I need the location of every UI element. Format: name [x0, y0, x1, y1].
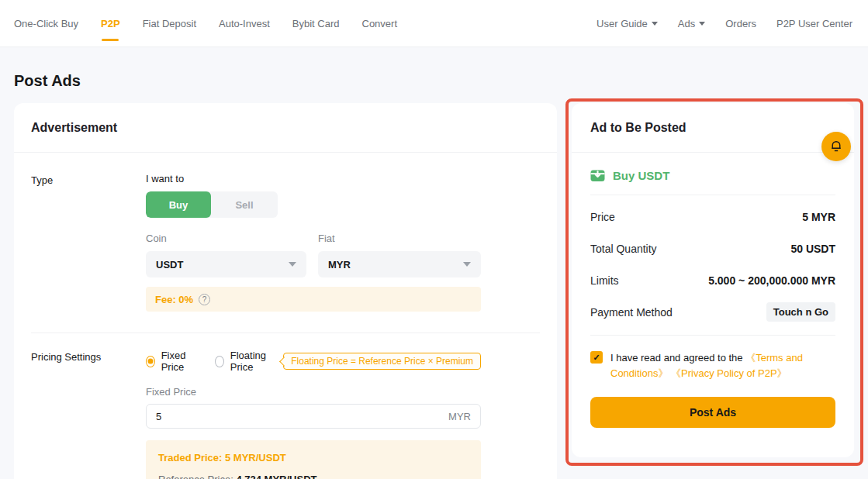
- ad-summary-card: Ad to Be Posted Buy USDT Price 5 MYR Tot…: [572, 103, 854, 457]
- nav-item-bybit-card[interactable]: Bybit Card: [292, 0, 340, 47]
- floating-price-hint-tag: Floating Price = Reference Price × Premi…: [283, 353, 481, 370]
- radio-unchecked-icon: [215, 356, 224, 367]
- fee-text: Fee: 0%: [155, 294, 193, 305]
- sell-toggle-button[interactable]: Sell: [211, 191, 278, 218]
- nav-item-label: Fiat Deposit: [143, 18, 196, 29]
- coin-select-value: USDT: [156, 259, 183, 271]
- agreement-text: I have read and agreed to the 《Terms and…: [610, 350, 835, 381]
- type-section-label: Type: [31, 173, 146, 312]
- nav-item-convert[interactable]: Convert: [362, 0, 398, 47]
- advertisement-title: Advertisement: [31, 121, 117, 135]
- summary-row-limits: Limits 5.000 ~ 200,000.000 MYR: [590, 264, 835, 296]
- fixed-price-radio[interactable]: Fixed Price: [146, 350, 199, 373]
- bell-icon: [828, 139, 844, 154]
- row-label: Payment Method: [590, 306, 673, 319]
- nav-item-label: Bybit Card: [292, 18, 340, 29]
- advertisement-card-header: Advertisement: [14, 103, 557, 153]
- fiat-select[interactable]: MYR: [318, 251, 481, 277]
- nav-item-label: Auto-Invest: [219, 18, 270, 29]
- nav-item-orders[interactable]: Orders: [725, 0, 756, 47]
- agreement-prefix: I have read and agreed to the: [610, 352, 743, 364]
- summary-row-total-quantity: Total Quantity 50 USDT: [590, 233, 835, 264]
- reference-price-text: Reference Price: 4.724 MYR/USDT: [158, 474, 469, 479]
- row-value: 5 MYR: [802, 211, 835, 223]
- ad-side-row: Buy USDT: [590, 153, 835, 195]
- row-value: 50 USDT: [790, 243, 835, 255]
- fiat-label: Fiat: [318, 233, 481, 244]
- row-label: Total Quantity: [590, 243, 657, 255]
- fixed-price-input[interactable]: [156, 411, 389, 422]
- nav-item-label: P2P User Center: [776, 18, 852, 29]
- agreement-row: ✓ I have read and agreed to the 《Terms a…: [590, 336, 835, 381]
- notification-bell-button[interactable]: [821, 132, 851, 161]
- floating-price-radio[interactable]: Floating Price: [215, 350, 276, 373]
- agreement-checkbox[interactable]: ✓: [590, 351, 603, 364]
- nav-item-ads[interactable]: Ads: [678, 0, 705, 47]
- row-label: Limits: [590, 274, 619, 287]
- nav-item-label: P2P: [101, 18, 120, 29]
- i-want-to-label: I want to: [146, 173, 481, 184]
- type-section: Type I want to Buy Sell Coin USDT Fiat: [14, 153, 557, 312]
- nav-right-group: User Guide Ads Orders P2P User Center: [597, 0, 852, 47]
- reference-price-label: Reference Price:: [158, 474, 233, 479]
- pricing-section: Pricing Settings Fixed Price Floating Pr…: [14, 333, 557, 479]
- question-mark-icon[interactable]: ?: [199, 294, 210, 305]
- top-navbar: One-Click Buy P2P Fiat Deposit Auto-Inve…: [0, 0, 868, 47]
- chevron-down-icon: [289, 262, 296, 267]
- nav-item-auto-invest[interactable]: Auto-Invest: [219, 0, 270, 47]
- fixed-price-input-wrap: MYR: [146, 404, 481, 429]
- fixed-price-radio-label: Fixed Price: [161, 350, 199, 373]
- price-info-box: Traded Price: 5 MYR/USDT Reference Price…: [146, 440, 481, 479]
- coin-label: Coin: [146, 233, 306, 244]
- row-value: 5.000 ~ 200,000.000 MYR: [708, 274, 835, 287]
- buy-toggle-button[interactable]: Buy: [146, 191, 211, 218]
- ad-summary-title: Ad to Be Posted: [590, 121, 686, 135]
- fiat-select-value: MYR: [328, 259, 351, 271]
- ad-side-text: Buy USDT: [613, 169, 669, 182]
- radio-checked-icon: [146, 356, 155, 367]
- summary-row-payment-method: Payment Method Touch n Go: [590, 296, 835, 328]
- pricing-section-label: Pricing Settings: [31, 350, 146, 479]
- chevron-down-icon: [463, 262, 471, 267]
- page-title: Post Ads: [14, 72, 81, 90]
- nav-item-label: Ads: [678, 18, 695, 29]
- post-ads-button[interactable]: Post Ads: [590, 397, 835, 428]
- fixed-price-field-label: Fixed Price: [146, 386, 481, 398]
- nav-item-label: Orders: [725, 18, 756, 29]
- advertisement-card: Advertisement Type I want to Buy Sell Co…: [14, 103, 557, 479]
- nav-item-one-click-buy[interactable]: One-Click Buy: [14, 0, 78, 47]
- floating-price-radio-label: Floating Price: [230, 350, 276, 373]
- row-label: Price: [590, 211, 615, 223]
- chevron-down-icon: [699, 22, 705, 26]
- traded-price-text: Traded Price: 5 MYR/USDT: [158, 452, 469, 463]
- nav-item-p2p-user-center[interactable]: P2P User Center: [776, 0, 852, 47]
- privacy-policy-link[interactable]: 《Privacy Policy of P2P》: [671, 367, 787, 379]
- payment-method-badge: Touch n Go: [766, 302, 835, 322]
- nav-item-label: One-Click Buy: [14, 18, 78, 29]
- fixed-price-unit: MYR: [448, 411, 471, 422]
- reference-price-value: 4.724 MYR/USDT: [236, 474, 316, 479]
- nav-item-p2p[interactable]: P2P: [101, 0, 120, 47]
- fee-banner: Fee: 0% ?: [146, 287, 481, 312]
- nav-item-label: Convert: [362, 18, 398, 29]
- nav-item-fiat-deposit[interactable]: Fiat Deposit: [143, 0, 196, 47]
- summary-row-price: Price 5 MYR: [590, 201, 835, 233]
- buy-sell-toggle: Buy Sell: [146, 191, 278, 218]
- chevron-down-icon: [652, 22, 658, 26]
- nav-left-group: One-Click Buy P2P Fiat Deposit Auto-Inve…: [14, 0, 397, 47]
- buy-deposit-icon: [590, 169, 605, 182]
- nav-item-label: User Guide: [597, 18, 648, 29]
- coin-select[interactable]: USDT: [146, 251, 306, 277]
- nav-item-user-guide[interactable]: User Guide: [597, 0, 658, 47]
- ad-summary-header: Ad to Be Posted: [572, 103, 854, 153]
